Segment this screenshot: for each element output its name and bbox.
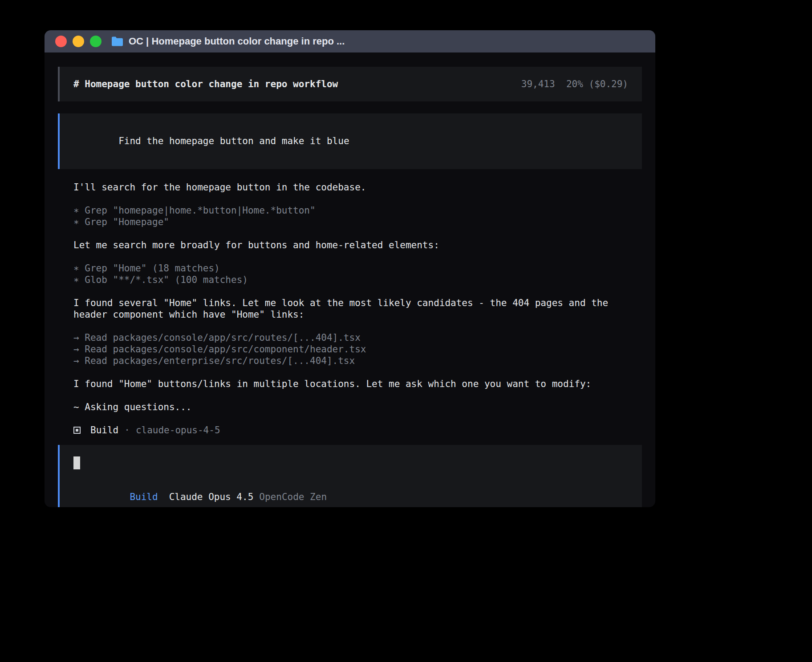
assistant-text-line: Let me search more broadly for buttons a… — [73, 239, 641, 251]
folder-icon — [111, 36, 123, 46]
tool-call-line: ∗ Glob "**/*.tsx" (100 matches) — [73, 274, 641, 286]
zoom-button[interactable] — [90, 36, 102, 47]
assistant-text-block: I found several "Home" links. Let me loo… — [73, 297, 641, 320]
assistant-text-block: I'll search for the homepage button in t… — [73, 182, 641, 193]
agent-name: Build — [90, 424, 118, 436]
tool-call-line: → Read packages/console/app/src/routes/[… — [73, 332, 641, 343]
session-header: # Homepage button color change in repo w… — [58, 67, 642, 101]
session-title: # Homepage button color change in repo w… — [73, 78, 338, 90]
minimize-button[interactable] — [73, 36, 84, 47]
tool-call-line: ∗ Grep "Homepage" — [73, 216, 641, 228]
input-line[interactable] — [73, 456, 628, 470]
agent-mode-label[interactable]: Build — [130, 492, 158, 502]
assistant-text-block: I found "Home" buttons/links in multiple… — [73, 378, 641, 390]
terminal-content: # Homepage button color change in repo w… — [45, 52, 655, 507]
tool-call-block: ∗ Grep "homepage|home.*button|Home.*butt… — [73, 205, 641, 228]
tool-call-line: → Read packages/console/app/src/componen… — [73, 343, 641, 355]
agent-icon — [73, 427, 81, 434]
text-cursor — [73, 456, 80, 469]
agent-status-row: Build · claude-opus-4-5 — [58, 424, 642, 436]
tool-call-block: ∗ Grep "Home" (18 matches)∗ Glob "**/*.t… — [73, 262, 641, 286]
assistant-text-line: I found "Home" buttons/links in multiple… — [73, 378, 641, 390]
assistant-text-block: ~ Asking questions... — [73, 401, 641, 413]
input-mode-line: BuildClaude Opus 4.5OpenCode Zen — [73, 480, 628, 507]
tool-call-line: ∗ Grep "Home" (18 matches) — [73, 262, 641, 274]
tool-call-line: → Read packages/enterprise/src/routes/[.… — [73, 355, 641, 367]
tool-call-block: → Read packages/console/app/src/routes/[… — [73, 332, 641, 367]
tool-call-line: ∗ Grep "homepage|home.*button|Home.*butt… — [73, 205, 641, 216]
close-button[interactable] — [55, 36, 67, 47]
user-message: Find the homepage button and make it blu… — [58, 113, 642, 169]
agent-separator: · — [124, 424, 130, 436]
user-message-text: Find the homepage button and make it blu… — [118, 136, 349, 146]
desktop-background: OC | Homepage button color change in rep… — [0, 0, 812, 662]
traffic-lights — [55, 36, 102, 47]
assistant-text-line: I found several "Home" links. Let me loo… — [73, 297, 641, 320]
agent-model: claude-opus-4-5 — [136, 424, 220, 436]
assistant-text-block: Let me search more broadly for buttons a… — [73, 239, 641, 251]
prompt-input[interactable]: BuildClaude Opus 4.5OpenCode Zen — [58, 445, 642, 507]
window-title: OC | Homepage button color change in rep… — [129, 36, 345, 47]
assistant-text-line: I'll search for the homepage button in t… — [73, 182, 641, 193]
session-stats: 39,413 20% ($0.29) — [521, 78, 628, 90]
model-provider: OpenCode Zen — [259, 492, 327, 502]
model-name: Claude Opus 4.5 — [169, 492, 254, 502]
assistant-text-line: ~ Asking questions... — [73, 401, 641, 413]
conversation: I'll search for the homepage button in t… — [58, 182, 642, 424]
window-titlebar: OC | Homepage button color change in rep… — [45, 30, 655, 52]
terminal-window: OC | Homepage button color change in rep… — [45, 30, 655, 507]
agent-icon-inner — [76, 429, 78, 432]
